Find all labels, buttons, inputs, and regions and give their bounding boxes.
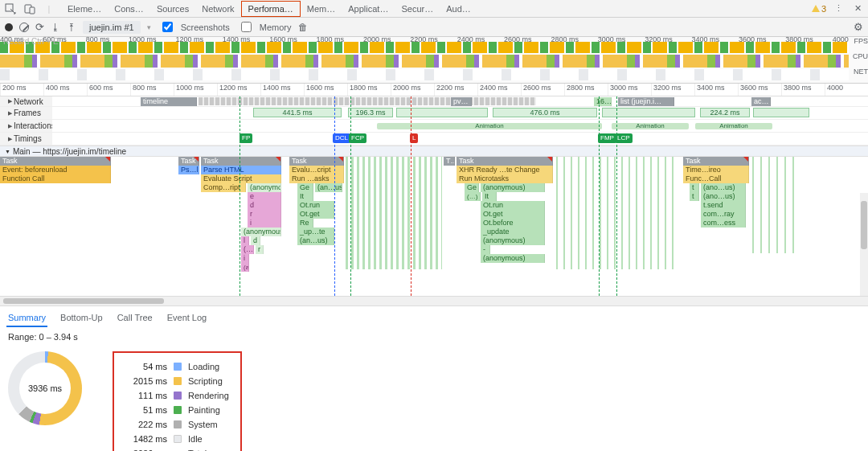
vertical-scrollbar[interactable] <box>860 193 868 296</box>
flame-anon3[interactable]: (anonymous) <box>481 236 545 245</box>
flame-anon2[interactable]: (anonymous) <box>481 183 545 192</box>
flame-upte[interactable]: _up…te <box>297 228 334 236</box>
flame-ge[interactable]: Ge <box>297 183 313 192</box>
frame-bar[interactable] <box>753 108 809 117</box>
devtools-tab-applicat[interactable]: Applicat… <box>342 2 395 16</box>
flame-task-short[interactable]: T… <box>444 157 455 166</box>
flame-otrun[interactable]: Ot.run <box>297 201 334 210</box>
inspect-icon[interactable] <box>3 2 18 16</box>
flame-re[interactable]: Re <box>297 219 313 228</box>
profile-dropdown-icon[interactable]: ▾ <box>147 23 151 31</box>
devtools-tab-performa[interactable]: Performa… <box>241 1 301 17</box>
kebab-menu-icon[interactable]: ⋮ <box>831 2 845 16</box>
timing-marker-fp[interactable]: FP <box>240 133 252 143</box>
devtools-tab-cons[interactable]: Cons… <box>108 2 150 16</box>
flame-run-asks[interactable]: Run …asks <box>289 174 344 183</box>
record-button[interactable] <box>5 23 13 31</box>
flame-task[interactable]: Task <box>683 157 749 166</box>
flame-anon-short2[interactable]: (…) <box>465 192 481 201</box>
net-item[interactable]: ac… <box>751 97 771 106</box>
flame-anous[interactable]: (ano…us) <box>701 183 746 192</box>
frame-bar[interactable]: 196.3 ms <box>348 108 393 117</box>
flame-task[interactable]: Task <box>457 157 553 166</box>
flame-otget[interactable]: Ot.get <box>297 210 334 219</box>
flame-update[interactable]: _update <box>481 228 545 236</box>
flame-xhr[interactable]: XHR Ready …te Change <box>457 166 553 174</box>
details-tab-event-log[interactable]: Event Log <box>166 310 209 327</box>
devtools-tab-mem[interactable]: Mem… <box>301 2 342 16</box>
details-tab-summary[interactable]: Summary <box>6 310 47 327</box>
track-label-interactions[interactable]: ▶Interactions <box>0 120 52 132</box>
timing-marker-fcp[interactable]: FCP <box>349 133 366 143</box>
flame-t2[interactable]: t <box>690 192 699 201</box>
frame-bar[interactable]: 441.5 ms <box>253 108 342 117</box>
main-flamechart[interactable]: Task Event: beforeunload Function Call T… <box>0 157 868 296</box>
reload-record-icon[interactable]: ⟳ <box>35 21 44 33</box>
details-tab-call-tree[interactable]: Call Tree <box>116 310 154 327</box>
flame-it[interactable]: It <box>297 192 313 201</box>
flame-anus2[interactable]: (an…us) <box>297 236 334 245</box>
flame-parse-html[interactable]: Parse HTML <box>201 166 281 174</box>
warnings-badge[interactable]: 3 <box>812 4 826 14</box>
load-profile-icon[interactable]: ⭳ <box>51 22 60 33</box>
interaction-segment[interactable]: Animation <box>612 123 689 129</box>
flame-comray[interactable]: com…ray <box>701 210 746 219</box>
timing-marker-fmp[interactable]: FMP <box>598 133 616 143</box>
flame-event[interactable]: Event: beforeunload <box>0 166 111 174</box>
memory-checkbox[interactable] <box>241 22 252 32</box>
scrollbar-thumb[interactable] <box>861 201 867 249</box>
details-tab-bottom-up[interactable]: Bottom-Up <box>59 310 104 327</box>
flame-task[interactable]: Task <box>201 157 281 166</box>
net-item[interactable]: 16… <box>594 97 612 106</box>
frame-bar[interactable]: 224.2 ms <box>700 108 750 117</box>
timing-marker-dcl[interactable]: DCL <box>333 133 350 143</box>
flame-dash[interactable]: - <box>481 245 490 254</box>
flame-task[interactable]: Task <box>289 157 344 166</box>
flame-evaluate-script[interactable]: Evaluate Script <box>201 174 281 183</box>
net-item[interactable]: pv… <box>451 97 472 106</box>
horizontal-scrollbar[interactable] <box>0 296 868 305</box>
flame-anon[interactable]: (anonymous) <box>248 183 281 192</box>
track-timings[interactable]: ▶Timings FPDCLFCPLFMPLCP <box>0 133 868 146</box>
clear-button[interactable] <box>19 23 29 32</box>
flame-comess[interactable]: com…ess <box>701 219 746 228</box>
track-label-frames[interactable]: ▶Frames <box>0 107 52 119</box>
flame-e[interactable]: e <box>248 192 281 201</box>
flame-i2[interactable]: i <box>241 254 249 263</box>
devtools-tab-network[interactable]: Network <box>195 2 240 16</box>
devtools-tab-sources[interactable]: Sources <box>150 2 195 16</box>
interaction-segment[interactable]: Animation <box>695 123 772 129</box>
track-label-timings[interactable]: ▶Timings <box>0 133 52 145</box>
scrollbar-thumb[interactable] <box>3 298 164 304</box>
frame-bar[interactable]: 476.0 ms <box>493 108 597 117</box>
save-profile-icon[interactable]: ⭱ <box>67 22 76 33</box>
flame-otbefore[interactable]: Ot.before <box>481 219 545 228</box>
flame-task[interactable]: Task <box>0 157 111 166</box>
track-frames[interactable]: ▶Frames 441.5 ms196.3 ms476.0 ms224.2 ms <box>0 107 868 120</box>
flamechart-area[interactable]: ▶Network timeline pv… 16… list (juejin.i… <box>0 96 868 296</box>
flame-otget2[interactable]: Ot.get <box>481 210 545 219</box>
overview-strip[interactable]: 400 ms600 ms800 ms1000 ms1200 ms1400 ms1… <box>0 37 868 84</box>
flame-d2[interactable]: d <box>251 236 260 245</box>
flame-l[interactable]: l <box>241 236 249 245</box>
flame-func[interactable]: Func…Call <box>683 174 749 183</box>
flame-psl[interactable]: Ps…l <box>178 166 199 174</box>
profile-selector[interactable]: juejin.im #1 <box>83 21 141 34</box>
devtools-tab-aud[interactable]: Aud… <box>440 2 477 16</box>
time-ruler[interactable]: 200 ms400 ms600 ms800 ms1000 ms1200 ms14… <box>0 84 868 96</box>
flame-anon-short[interactable]: (…) <box>241 245 254 254</box>
flame-time[interactable]: Time…ireo <box>683 166 749 174</box>
track-interactions[interactable]: ▶Interactions AnimationAnimationAnimatio… <box>0 120 868 133</box>
flame-a-short[interactable]: (a…) <box>241 263 249 272</box>
flame-r[interactable]: r <box>248 210 281 219</box>
timing-marker-lcp[interactable]: LCP <box>615 133 633 143</box>
flame-i[interactable]: i <box>248 219 281 228</box>
flame-t[interactable]: t <box>690 183 699 192</box>
flame-anon4[interactable]: (anonymous) <box>481 254 545 263</box>
flame-otrun2[interactable]: Ot.run <box>481 201 545 210</box>
device-toggle-icon[interactable] <box>23 2 37 16</box>
flame-it2[interactable]: It <box>482 192 497 201</box>
screenshots-checkbox[interactable] <box>162 22 173 32</box>
main-thread-header[interactable]: ▼Main — https://juejin.im/timeline <box>0 146 868 157</box>
close-icon[interactable]: ✕ <box>850 2 865 16</box>
